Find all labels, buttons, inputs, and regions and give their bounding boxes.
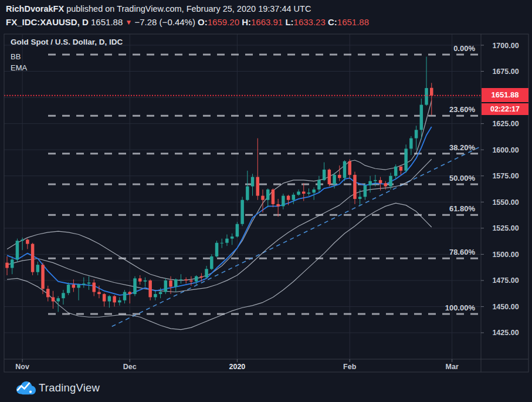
candle	[87, 276, 91, 290]
candle	[133, 276, 137, 296]
candle	[404, 144, 408, 173]
author-name: RichDvorakFX	[6, 4, 64, 13]
price-axis-label: 1525.00	[492, 224, 519, 232]
candle	[205, 266, 208, 278]
candle	[368, 176, 372, 193]
candle	[307, 188, 311, 195]
open-label: O:	[198, 17, 208, 27]
candle	[276, 199, 280, 217]
candle	[67, 282, 70, 295]
fib-level-label: 0.00%	[453, 44, 475, 53]
price-chart[interactable]: 0.00%23.60%38.20%50.00%61.80%78.60%100.0…	[0, 0, 532, 402]
candle	[312, 187, 316, 200]
fib-level-label: 38.20%	[449, 143, 476, 152]
candle	[240, 197, 244, 226]
candle	[246, 171, 249, 201]
publish-info: published on TradingView.com, February 2…	[64, 4, 311, 13]
candle	[415, 126, 418, 150]
candle	[174, 278, 178, 292]
candle	[108, 295, 111, 308]
candle	[36, 262, 40, 275]
chart-title[interactable]: Gold Spot / U.S. Dollar, D, IDC	[11, 38, 123, 46]
fib-level-label: 23.60%	[449, 105, 476, 114]
close-value: 1651.88	[337, 17, 369, 27]
candle	[338, 165, 341, 181]
candle	[118, 297, 121, 305]
low-value: 1633.23	[294, 17, 326, 27]
candle	[266, 188, 270, 207]
down-arrow-icon: ▼	[125, 18, 132, 26]
candle	[52, 291, 55, 309]
candle	[297, 190, 300, 196]
brand-name[interactable]: TradingView	[39, 381, 100, 394]
candle	[154, 291, 157, 300]
close-label: C:	[328, 17, 337, 27]
candle	[425, 57, 428, 106]
time-axis-label: Mar	[446, 363, 459, 371]
time-axis-label: Nov	[15, 363, 29, 371]
last-price: 1651.88	[91, 17, 123, 27]
publish-header: RichDvorakFX published on TradingView.co…	[6, 4, 311, 13]
candle	[92, 279, 96, 296]
last-price-badge: 1651.88	[482, 88, 528, 102]
candle	[215, 241, 219, 258]
price-change: −7.28 (−0.44%)	[135, 17, 195, 27]
price-axis-label: 1600.00	[492, 146, 519, 154]
candle	[103, 293, 106, 306]
candle	[225, 235, 229, 246]
price-axis-label: 1450.00	[492, 303, 519, 311]
open-value: 1659.20	[208, 17, 239, 27]
price-axis-label: 1475.00	[492, 276, 519, 285]
candle	[231, 234, 234, 245]
candle	[72, 279, 76, 292]
fib-level-label: 61.80%	[449, 204, 476, 213]
candle	[282, 194, 285, 210]
candle	[46, 286, 50, 302]
plot-area[interactable]	[4, 34, 483, 359]
indicator-label-ema[interactable]: EMA	[11, 63, 27, 72]
bar-countdown-badge: 02:22:17	[482, 103, 528, 115]
brand-bar: TradingView	[0, 376, 532, 402]
candle	[148, 279, 152, 300]
fib-level-label: 50.00%	[449, 174, 476, 183]
candle	[343, 160, 347, 181]
fib-level-label: 100.00%	[445, 303, 476, 312]
candle	[430, 83, 433, 115]
tradingview-cloud-icon[interactable]	[15, 380, 36, 396]
time-axis-label: Feb	[343, 363, 357, 371]
candle	[164, 278, 168, 294]
candle	[11, 256, 14, 274]
candle	[323, 163, 326, 181]
price-axis-label: 1425.00	[492, 329, 519, 337]
candle	[399, 167, 403, 175]
candle	[251, 174, 255, 195]
candle	[31, 243, 35, 275]
tradingview-snapshot: 0.00%23.60%38.20%50.00%61.80%78.60%100.0…	[0, 0, 532, 402]
high-value: 1663.91	[251, 17, 283, 27]
symbol-name: FX_IDC:XAUUSD, D	[6, 17, 89, 27]
candle	[5, 256, 9, 275]
time-axis-label: 2020	[229, 363, 245, 371]
symbol-quote-row: FX_IDC:XAUUSD, D 1651.88 ▼ −7.28 (−0.44%…	[6, 17, 369, 27]
time-axis-label: Dec	[123, 363, 137, 371]
candle	[26, 239, 29, 249]
candle	[317, 176, 321, 193]
price-axis-label: 1700.00	[492, 42, 519, 50]
indicator-label-bb[interactable]: BB	[11, 52, 21, 61]
candle	[272, 188, 275, 207]
candle	[256, 138, 260, 200]
candle	[144, 278, 147, 287]
candle	[138, 275, 142, 285]
fib-level-label: 78.60%	[449, 248, 476, 256]
candle	[220, 239, 223, 248]
candle	[56, 296, 60, 312]
candle	[210, 254, 214, 270]
candle	[128, 291, 132, 303]
candle	[82, 278, 86, 288]
candle	[184, 278, 188, 284]
price-axis-label: 1675.00	[492, 67, 519, 76]
candle	[353, 172, 357, 204]
price-axis-label: 1625.00	[492, 120, 519, 128]
price-axis-label: 1575.00	[492, 172, 519, 180]
candle	[179, 274, 183, 283]
